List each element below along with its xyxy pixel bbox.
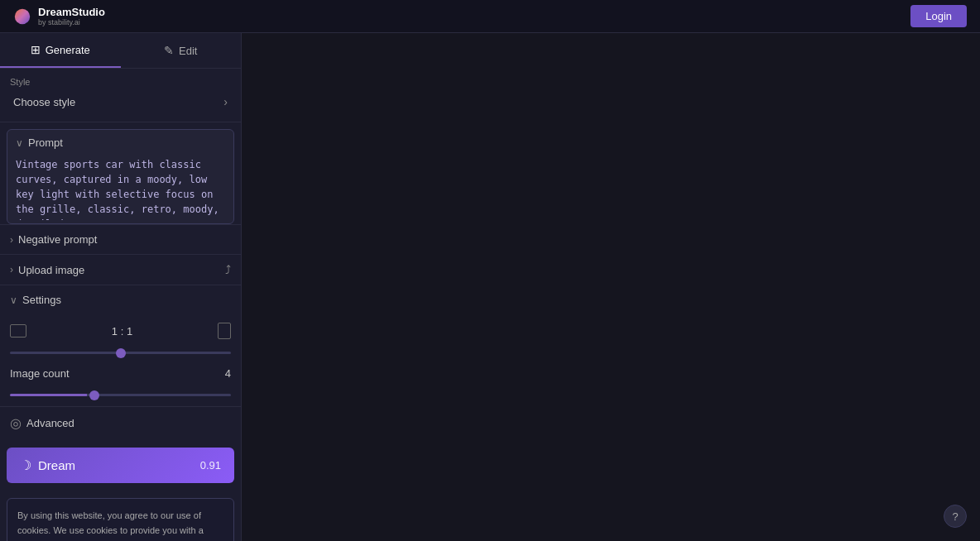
app-title: DreamStudio — [38, 6, 105, 19]
image-count-value: 4 — [225, 367, 231, 380]
upload-image-label: Upload image — [18, 264, 84, 276]
tab-generate-label: Generate — [46, 44, 90, 56]
prompt-input[interactable] — [7, 154, 233, 220]
count-header: Image count 4 — [10, 367, 231, 380]
style-chooser[interactable]: Choose style › — [10, 90, 231, 113]
tabs-bar: ⊞ Generate ✎ Edit — [0, 33, 241, 69]
upload-chevron-icon: › — [10, 264, 13, 275]
main-layout: ⊞ Generate ✎ Edit Style Choose style › ∨… — [0, 33, 980, 541]
style-label: Style — [10, 77, 231, 87]
dream-button-cost: 0.91 — [200, 459, 221, 472]
image-count-label: Image count — [10, 367, 70, 380]
aspect-display: 1 : 1 — [10, 319, 231, 342]
aspect-ratio-control: 1 : 1 — [0, 314, 241, 361]
app-subtitle: by stability.ai — [38, 18, 105, 26]
generate-icon: ⊞ — [31, 43, 41, 56]
tab-edit[interactable]: ✎ Edit — [121, 33, 242, 68]
dream-moon-icon: ☽ — [20, 457, 31, 473]
sidebar: ⊞ Generate ✎ Edit Style Choose style › ∨… — [0, 33, 242, 541]
advanced-row[interactable]: ◎ Advanced — [0, 406, 241, 439]
prompt-header[interactable]: ∨ Prompt — [7, 130, 233, 154]
logo-area: DreamStudio by stability.ai — [13, 6, 105, 27]
eye-icon: ◎ — [10, 415, 22, 431]
settings-chevron-icon: ∨ — [10, 294, 17, 306]
login-button[interactable]: Login — [910, 5, 967, 27]
aspect-portrait-icon — [218, 323, 231, 339]
settings-label: Settings — [22, 294, 61, 306]
share-icon: ⤴ — [225, 263, 231, 276]
content-area: ? — [242, 33, 980, 541]
help-button[interactable]: ? — [944, 505, 967, 528]
chevron-right-icon: › — [223, 95, 228, 108]
negative-prompt-row[interactable]: › Negative prompt — [0, 224, 241, 254]
prompt-chevron-icon: ∨ — [16, 137, 23, 149]
advanced-label: Advanced — [26, 417, 74, 429]
upload-image-row[interactable]: › Upload image ⤴ — [0, 254, 241, 285]
dream-button[interactable]: ☽ Dream 0.91 — [7, 448, 234, 483]
dream-button-left: ☽ Dream — [20, 457, 75, 473]
style-section: Style Choose style › — [0, 69, 241, 122]
prompt-section: ∨ Prompt — [7, 129, 234, 224]
edit-icon: ✎ — [164, 44, 174, 57]
negative-prompt-label: Negative prompt — [18, 233, 97, 246]
svg-point-0 — [15, 8, 30, 23]
settings-header[interactable]: ∨ Settings — [0, 285, 241, 314]
cookie-text: By using this website, you agree to our … — [17, 509, 223, 541]
logo-text: DreamStudio by stability.ai — [38, 6, 105, 27]
dreamstudio-logo-icon — [13, 7, 31, 26]
header: DreamStudio by stability.ai Login — [0, 0, 980, 33]
aspect-landscape-icon — [10, 324, 26, 338]
aspect-ratio-value: 1 : 1 — [112, 325, 132, 338]
prompt-header-label: Prompt — [28, 136, 63, 149]
image-count-section: Image count 4 — [0, 361, 241, 406]
dream-button-label: Dream — [38, 458, 75, 472]
cookie-notice: By using this website, you agree to our … — [7, 498, 234, 541]
tab-edit-label: Edit — [179, 45, 197, 57]
image-count-slider[interactable] — [10, 394, 231, 396]
aspect-ratio-slider[interactable] — [10, 352, 231, 354]
negative-prompt-chevron-icon: › — [10, 234, 13, 246]
style-chooser-text: Choose style — [13, 96, 75, 108]
dream-button-wrapper: ☽ Dream 0.91 — [0, 439, 241, 491]
tab-generate[interactable]: ⊞ Generate — [0, 33, 121, 68]
